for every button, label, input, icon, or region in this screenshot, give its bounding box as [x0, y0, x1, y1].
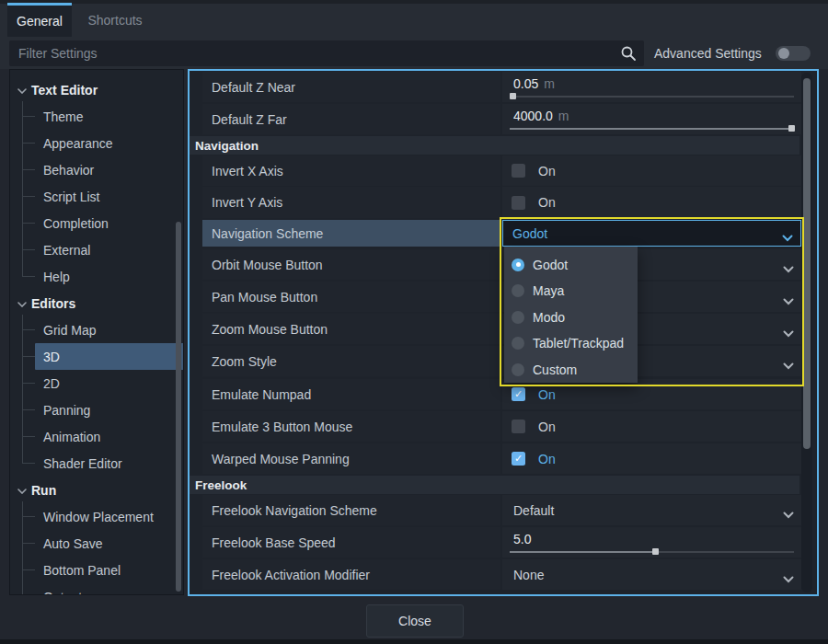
checkbox-unchecked[interactable]: [512, 196, 525, 210]
tree-section-editors[interactable]: Editors: [10, 290, 183, 316]
setting-label-warped-mouse-panning: Warped Mouse Panning: [202, 443, 500, 474]
sidebar-item-theme[interactable]: Theme: [10, 103, 184, 130]
setting-row-freelook-base-speed: Freelook Base Speed5.0: [190, 527, 817, 558]
close-button[interactable]: Close: [366, 604, 464, 638]
checkbox-on-label: On: [538, 420, 556, 434]
setting-value-warped-mouse-panning[interactable]: ✓On: [502, 443, 801, 474]
sidebar-item-help[interactable]: Help: [10, 263, 184, 290]
slider-value[interactable]: 5.0: [513, 532, 531, 546]
sidebar-item-script-list[interactable]: Script List: [10, 183, 184, 210]
sidebar-item-label: Script List: [43, 190, 99, 204]
radio-selected: [512, 259, 524, 271]
checkbox-unchecked[interactable]: [512, 164, 525, 178]
setting-label-freelook-activation-modifier: Freelook Activation Modifier: [202, 559, 500, 590]
sidebar-item-label: Help: [43, 270, 70, 284]
tree-connector-line: [22, 436, 35, 437]
sidebar-item-panning[interactable]: Panning: [10, 397, 184, 423]
slider-handle[interactable]: [510, 93, 516, 99]
sidebar-item-grid-map[interactable]: Grid Map: [10, 316, 184, 343]
checkbox-unchecked[interactable]: [512, 420, 525, 433]
setting-value-freelook-activation-modifier[interactable]: None: [502, 559, 801, 590]
sidebar-scrollbar[interactable]: [176, 222, 181, 592]
setting-label-zoom-style: Zoom Style: [202, 346, 500, 376]
setting-value-emulate-numpad[interactable]: ✓On: [502, 379, 801, 409]
tree-section-text-editor[interactable]: Text Editor: [10, 76, 183, 103]
dropdown-navigation-scheme[interactable]: Godot: [502, 220, 801, 247]
tree-section-run[interactable]: Run: [10, 477, 183, 503]
panel-scrollbar[interactable]: [803, 78, 811, 449]
slider-handle[interactable]: [788, 125, 795, 132]
toggle-knob: [778, 48, 789, 59]
sidebar-item-auto-save[interactable]: Auto Save: [10, 530, 184, 557]
popup-option-label: Godot: [533, 258, 568, 272]
checkbox-checked[interactable]: ✓: [512, 452, 525, 466]
setting-row-warped-mouse-panning: Warped Mouse Panning✓On: [190, 443, 817, 474]
sidebar-item-2d[interactable]: 2D: [10, 370, 184, 397]
sidebar-item-completion[interactable]: Completion: [10, 210, 184, 236]
popup-option-label: Maya: [533, 283, 564, 298]
setting-value-default-z-far[interactable]: 4000.0m: [502, 104, 801, 134]
checkbox-checked[interactable]: ✓: [512, 387, 525, 401]
sidebar-item-shader-editor[interactable]: Shader Editor: [10, 450, 184, 477]
checkbox-on-label: On: [538, 195, 556, 210]
sidebar-item-behavior[interactable]: Behavior: [10, 156, 184, 183]
collapse-arrow-icon: [17, 489, 27, 494]
setting-label-default-z-near: Default Z Near: [202, 72, 500, 102]
tab-bar: General Shortcuts: [0, 0, 828, 37]
sidebar-item-window-placement[interactable]: Window Placement: [10, 503, 184, 530]
sidebar-item-bottom-panel[interactable]: Bottom Panel: [10, 557, 184, 583]
sidebar-item-appearance[interactable]: Appearance: [10, 130, 184, 156]
setting-value-default-z-near[interactable]: 0.05m: [502, 72, 801, 102]
section-header-navigation: Navigation: [190, 136, 799, 155]
setting-label-zoom-mouse-button: Zoom Mouse Button: [202, 314, 500, 344]
popup-option-label: Tablet/Trackpad: [533, 336, 624, 351]
sidebar-item-external[interactable]: External: [10, 236, 184, 263]
settings-panel: Default Z Near0.05mDefault Z Far4000.0mN…: [188, 69, 819, 596]
slider-value[interactable]: 4000.0: [513, 109, 553, 123]
setting-label-navigation-scheme: Navigation Scheme: [202, 220, 500, 247]
sidebar-item-animation[interactable]: Animation: [10, 423, 184, 450]
chevron-down-icon: [783, 298, 794, 305]
tree-connector-line: [22, 169, 35, 170]
tree-connector-line: [22, 383, 35, 384]
sidebar-item-output[interactable]: Output: [10, 583, 184, 595]
setting-label-emulate-3-button-mouse: Emulate 3 Button Mouse: [202, 411, 500, 442]
tree-connector-line: [22, 463, 35, 464]
chevron-down-icon: [783, 362, 794, 370]
slider-track[interactable]: [510, 128, 794, 130]
sidebar-item-label: Shader Editor: [43, 456, 122, 471]
popup-option-label: Modo: [533, 310, 565, 325]
setting-value-invert-x-axis[interactable]: On: [502, 155, 801, 186]
setting-label-invert-x-axis: Invert X Axis: [202, 155, 500, 186]
slider-track[interactable]: [510, 551, 794, 553]
setting-value-navigation-scheme[interactable]: Godot: [502, 220, 801, 247]
setting-value-freelook-navigation-scheme[interactable]: Default: [502, 495, 801, 525]
popup-option-custom[interactable]: Custom: [504, 356, 638, 383]
sidebar-item-3d[interactable]: 3D: [10, 343, 184, 370]
tree-connector-line: [22, 249, 35, 250]
setting-value-emulate-3-button-mouse[interactable]: On: [502, 411, 801, 442]
slider-value[interactable]: 0.05: [513, 76, 538, 91]
checkbox-on-label: On: [538, 452, 556, 466]
setting-value-freelook-base-speed[interactable]: 5.0: [502, 527, 801, 558]
popup-option-maya[interactable]: Maya: [504, 278, 638, 305]
popup-option-godot[interactable]: Godot: [504, 251, 638, 278]
filter-settings-input[interactable]: Filter Settings: [9, 40, 644, 66]
popup-option-modo[interactable]: Modo: [504, 304, 638, 330]
slider-handle[interactable]: [652, 548, 659, 555]
dropdown-selected-value: Godot: [512, 226, 547, 241]
settings-rows: Default Z Near0.05mDefault Z Far4000.0mN…: [190, 71, 817, 594]
popup-option-tablet-trackpad[interactable]: Tablet/Trackpad: [504, 330, 638, 357]
setting-value-invert-y-axis[interactable]: On: [502, 187, 801, 218]
search-icon: [620, 45, 637, 62]
tree-section-label: Text Editor: [31, 83, 98, 98]
sidebar-item-label: Appearance: [43, 136, 113, 151]
tree-connector-line: [22, 315, 23, 463]
slider-track[interactable]: [510, 96, 794, 98]
setting-row-zoom-mouse-button: Zoom Mouse Button: [190, 314, 817, 344]
advanced-settings-toggle[interactable]: [776, 46, 811, 61]
tab-shortcuts[interactable]: Shortcuts: [72, 3, 158, 37]
sidebar-item-label: Theme: [43, 109, 84, 124]
setting-label-emulate-numpad: Emulate Numpad: [202, 379, 500, 409]
tab-general[interactable]: General: [7, 3, 72, 37]
